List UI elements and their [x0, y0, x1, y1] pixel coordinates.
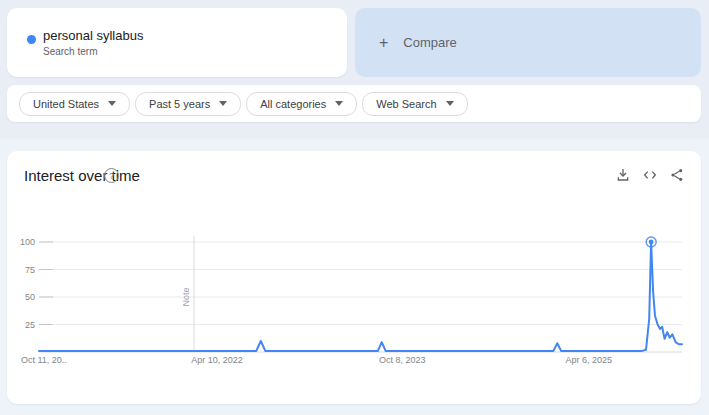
- filter-geo-dropdown[interactable]: United States: [19, 92, 130, 116]
- trend-line[interactable]: [39, 242, 682, 351]
- filter-time-dropdown[interactable]: Past 5 years: [135, 92, 241, 116]
- plus-icon: +: [379, 35, 388, 51]
- peak-marker-dot: [649, 240, 654, 245]
- filter-geo-label: United States: [33, 98, 99, 110]
- y-tick-label: 100: [20, 237, 35, 247]
- filter-category-dropdown[interactable]: All categories: [246, 92, 357, 116]
- filter-time-label: Past 5 years: [149, 98, 210, 110]
- x-tick-label: Oct 11, 20..: [21, 355, 67, 365]
- series-color-dot: [27, 35, 36, 44]
- interest-over-time-card: Interest over time ?: [7, 151, 701, 404]
- chevron-down-icon: [335, 101, 343, 106]
- compare-label: Compare: [403, 35, 456, 50]
- chevron-down-icon: [446, 101, 454, 106]
- chevron-down-icon: [219, 101, 227, 106]
- filter-category-label: All categories: [260, 98, 326, 110]
- y-tick-label: 50: [25, 292, 35, 302]
- search-term: personal syllabus: [43, 28, 143, 43]
- search-term-card[interactable]: personal syllabus Search term: [7, 8, 347, 77]
- filter-bar: United States Past 5 years All categorie…: [7, 85, 701, 122]
- add-comparison-button[interactable]: + Compare: [355, 8, 701, 77]
- y-tick-label: 25: [25, 320, 35, 330]
- chevron-down-icon: [108, 101, 116, 106]
- x-tick-label: Apr 10, 2022: [191, 355, 243, 365]
- filter-search-type-dropdown[interactable]: Web Search: [362, 92, 467, 116]
- search-term-type: Search term: [43, 46, 143, 58]
- interest-over-time-chart[interactable]: 255075100NoteOct 11, 20..Apr 10, 2022Oct…: [7, 151, 701, 404]
- google-trends-explore-page: personal syllabus Search term + Compare …: [0, 0, 709, 415]
- note-label: Note: [181, 287, 191, 306]
- x-tick-label: Apr 6, 2025: [565, 355, 612, 365]
- x-tick-label: Oct 8, 2023: [379, 355, 426, 365]
- filter-search-type-label: Web Search: [376, 98, 436, 110]
- y-tick-label: 75: [25, 265, 35, 275]
